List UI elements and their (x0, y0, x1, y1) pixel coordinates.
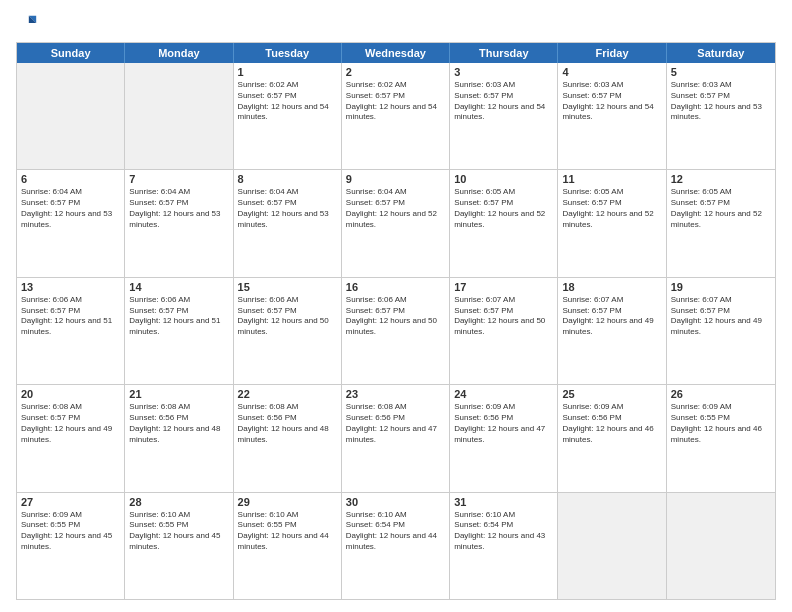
calendar-cell: 7Sunrise: 6:04 AM Sunset: 6:57 PM Daylig… (125, 170, 233, 276)
day-info: Sunrise: 6:04 AM Sunset: 6:57 PM Dayligh… (346, 187, 445, 230)
calendar-cell: 4Sunrise: 6:03 AM Sunset: 6:57 PM Daylig… (558, 63, 666, 169)
day-number: 2 (346, 66, 445, 78)
header-cell-monday: Monday (125, 43, 233, 63)
day-info: Sunrise: 6:06 AM Sunset: 6:57 PM Dayligh… (238, 295, 337, 338)
day-info: Sunrise: 6:03 AM Sunset: 6:57 PM Dayligh… (562, 80, 661, 123)
header-cell-saturday: Saturday (667, 43, 775, 63)
calendar-cell: 17Sunrise: 6:07 AM Sunset: 6:57 PM Dayli… (450, 278, 558, 384)
day-number: 28 (129, 496, 228, 508)
day-info: Sunrise: 6:09 AM Sunset: 6:56 PM Dayligh… (454, 402, 553, 445)
day-info: Sunrise: 6:08 AM Sunset: 6:57 PM Dayligh… (21, 402, 120, 445)
day-number: 3 (454, 66, 553, 78)
calendar-cell: 19Sunrise: 6:07 AM Sunset: 6:57 PM Dayli… (667, 278, 775, 384)
calendar-cell: 20Sunrise: 6:08 AM Sunset: 6:57 PM Dayli… (17, 385, 125, 491)
calendar-row-4: 20Sunrise: 6:08 AM Sunset: 6:57 PM Dayli… (17, 384, 775, 491)
calendar-cell: 13Sunrise: 6:06 AM Sunset: 6:57 PM Dayli… (17, 278, 125, 384)
day-number: 7 (129, 173, 228, 185)
day-info: Sunrise: 6:05 AM Sunset: 6:57 PM Dayligh… (671, 187, 771, 230)
day-info: Sunrise: 6:10 AM Sunset: 6:55 PM Dayligh… (129, 510, 228, 553)
day-number: 14 (129, 281, 228, 293)
day-info: Sunrise: 6:03 AM Sunset: 6:57 PM Dayligh… (671, 80, 771, 123)
day-info: Sunrise: 6:10 AM Sunset: 6:55 PM Dayligh… (238, 510, 337, 553)
day-number: 10 (454, 173, 553, 185)
day-number: 17 (454, 281, 553, 293)
day-number: 25 (562, 388, 661, 400)
day-number: 16 (346, 281, 445, 293)
day-info: Sunrise: 6:04 AM Sunset: 6:57 PM Dayligh… (238, 187, 337, 230)
day-number: 8 (238, 173, 337, 185)
day-number: 31 (454, 496, 553, 508)
day-info: Sunrise: 6:08 AM Sunset: 6:56 PM Dayligh… (238, 402, 337, 445)
calendar-cell: 25Sunrise: 6:09 AM Sunset: 6:56 PM Dayli… (558, 385, 666, 491)
calendar-cell: 5Sunrise: 6:03 AM Sunset: 6:57 PM Daylig… (667, 63, 775, 169)
calendar-cell (667, 493, 775, 599)
calendar-cell (17, 63, 125, 169)
calendar-cell: 15Sunrise: 6:06 AM Sunset: 6:57 PM Dayli… (234, 278, 342, 384)
calendar-cell: 6Sunrise: 6:04 AM Sunset: 6:57 PM Daylig… (17, 170, 125, 276)
day-number: 18 (562, 281, 661, 293)
logo (16, 12, 42, 34)
day-info: Sunrise: 6:08 AM Sunset: 6:56 PM Dayligh… (129, 402, 228, 445)
calendar-cell: 1Sunrise: 6:02 AM Sunset: 6:57 PM Daylig… (234, 63, 342, 169)
header-cell-thursday: Thursday (450, 43, 558, 63)
day-number: 9 (346, 173, 445, 185)
calendar-cell: 27Sunrise: 6:09 AM Sunset: 6:55 PM Dayli… (17, 493, 125, 599)
day-number: 5 (671, 66, 771, 78)
day-number: 15 (238, 281, 337, 293)
day-info: Sunrise: 6:03 AM Sunset: 6:57 PM Dayligh… (454, 80, 553, 123)
calendar-cell: 8Sunrise: 6:04 AM Sunset: 6:57 PM Daylig… (234, 170, 342, 276)
calendar-cell: 30Sunrise: 6:10 AM Sunset: 6:54 PM Dayli… (342, 493, 450, 599)
header (16, 12, 776, 34)
day-number: 4 (562, 66, 661, 78)
day-number: 26 (671, 388, 771, 400)
calendar-row-1: 1Sunrise: 6:02 AM Sunset: 6:57 PM Daylig… (17, 63, 775, 169)
calendar-cell: 24Sunrise: 6:09 AM Sunset: 6:56 PM Dayli… (450, 385, 558, 491)
calendar: SundayMondayTuesdayWednesdayThursdayFrid… (16, 42, 776, 600)
calendar-cell: 22Sunrise: 6:08 AM Sunset: 6:56 PM Dayli… (234, 385, 342, 491)
day-info: Sunrise: 6:10 AM Sunset: 6:54 PM Dayligh… (346, 510, 445, 553)
day-info: Sunrise: 6:07 AM Sunset: 6:57 PM Dayligh… (562, 295, 661, 338)
day-info: Sunrise: 6:09 AM Sunset: 6:55 PM Dayligh… (21, 510, 120, 553)
day-info: Sunrise: 6:06 AM Sunset: 6:57 PM Dayligh… (21, 295, 120, 338)
calendar-header: SundayMondayTuesdayWednesdayThursdayFrid… (17, 43, 775, 63)
header-cell-sunday: Sunday (17, 43, 125, 63)
calendar-row-5: 27Sunrise: 6:09 AM Sunset: 6:55 PM Dayli… (17, 492, 775, 599)
calendar-cell: 3Sunrise: 6:03 AM Sunset: 6:57 PM Daylig… (450, 63, 558, 169)
calendar-cell: 14Sunrise: 6:06 AM Sunset: 6:57 PM Dayli… (125, 278, 233, 384)
calendar-cell: 23Sunrise: 6:08 AM Sunset: 6:56 PM Dayli… (342, 385, 450, 491)
day-info: Sunrise: 6:02 AM Sunset: 6:57 PM Dayligh… (238, 80, 337, 123)
calendar-cell: 18Sunrise: 6:07 AM Sunset: 6:57 PM Dayli… (558, 278, 666, 384)
day-info: Sunrise: 6:06 AM Sunset: 6:57 PM Dayligh… (346, 295, 445, 338)
day-number: 1 (238, 66, 337, 78)
day-number: 29 (238, 496, 337, 508)
day-info: Sunrise: 6:10 AM Sunset: 6:54 PM Dayligh… (454, 510, 553, 553)
day-number: 23 (346, 388, 445, 400)
calendar-cell: 10Sunrise: 6:05 AM Sunset: 6:57 PM Dayli… (450, 170, 558, 276)
day-info: Sunrise: 6:09 AM Sunset: 6:56 PM Dayligh… (562, 402, 661, 445)
header-cell-wednesday: Wednesday (342, 43, 450, 63)
calendar-row-2: 6Sunrise: 6:04 AM Sunset: 6:57 PM Daylig… (17, 169, 775, 276)
day-number: 27 (21, 496, 120, 508)
calendar-body: 1Sunrise: 6:02 AM Sunset: 6:57 PM Daylig… (17, 63, 775, 599)
day-number: 20 (21, 388, 120, 400)
day-number: 30 (346, 496, 445, 508)
calendar-cell: 12Sunrise: 6:05 AM Sunset: 6:57 PM Dayli… (667, 170, 775, 276)
calendar-cell: 11Sunrise: 6:05 AM Sunset: 6:57 PM Dayli… (558, 170, 666, 276)
calendar-cell: 28Sunrise: 6:10 AM Sunset: 6:55 PM Dayli… (125, 493, 233, 599)
calendar-cell: 21Sunrise: 6:08 AM Sunset: 6:56 PM Dayli… (125, 385, 233, 491)
day-info: Sunrise: 6:04 AM Sunset: 6:57 PM Dayligh… (129, 187, 228, 230)
calendar-cell: 2Sunrise: 6:02 AM Sunset: 6:57 PM Daylig… (342, 63, 450, 169)
calendar-cell: 16Sunrise: 6:06 AM Sunset: 6:57 PM Dayli… (342, 278, 450, 384)
day-info: Sunrise: 6:04 AM Sunset: 6:57 PM Dayligh… (21, 187, 120, 230)
day-number: 19 (671, 281, 771, 293)
day-number: 13 (21, 281, 120, 293)
day-number: 11 (562, 173, 661, 185)
day-number: 6 (21, 173, 120, 185)
day-info: Sunrise: 6:09 AM Sunset: 6:55 PM Dayligh… (671, 402, 771, 445)
day-number: 24 (454, 388, 553, 400)
day-info: Sunrise: 6:07 AM Sunset: 6:57 PM Dayligh… (454, 295, 553, 338)
calendar-cell: 26Sunrise: 6:09 AM Sunset: 6:55 PM Dayli… (667, 385, 775, 491)
logo-icon (16, 12, 38, 34)
calendar-cell (125, 63, 233, 169)
header-cell-friday: Friday (558, 43, 666, 63)
